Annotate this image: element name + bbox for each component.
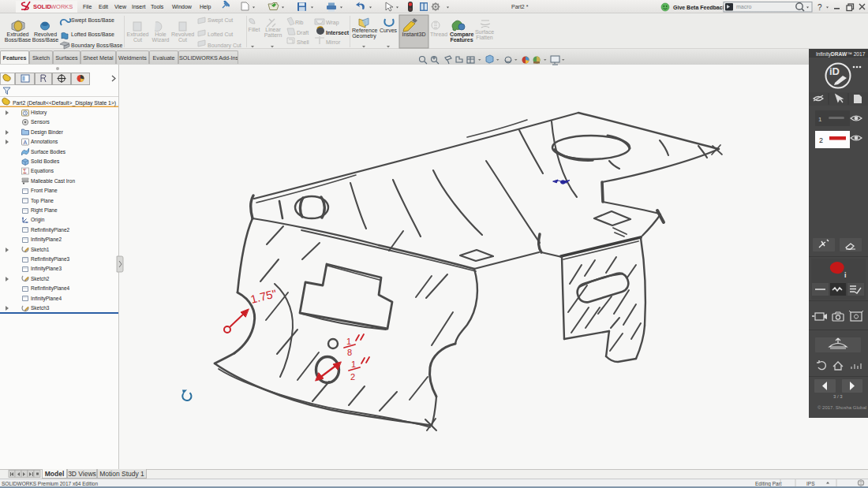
svg-text:iD: iD: [829, 65, 840, 77]
svg-text:InfinityDRAW™ 2017: InfinityDRAW™ 2017: [816, 51, 866, 58]
svg-text:i: i: [844, 271, 847, 279]
svg-text:A: A: [24, 140, 28, 145]
svg-text:2: 2: [819, 136, 823, 144]
svg-text:3 / 3: 3 / 3: [833, 394, 843, 399]
svg-text:Σ: Σ: [23, 168, 26, 175]
svg-text:1: 1: [818, 116, 822, 123]
